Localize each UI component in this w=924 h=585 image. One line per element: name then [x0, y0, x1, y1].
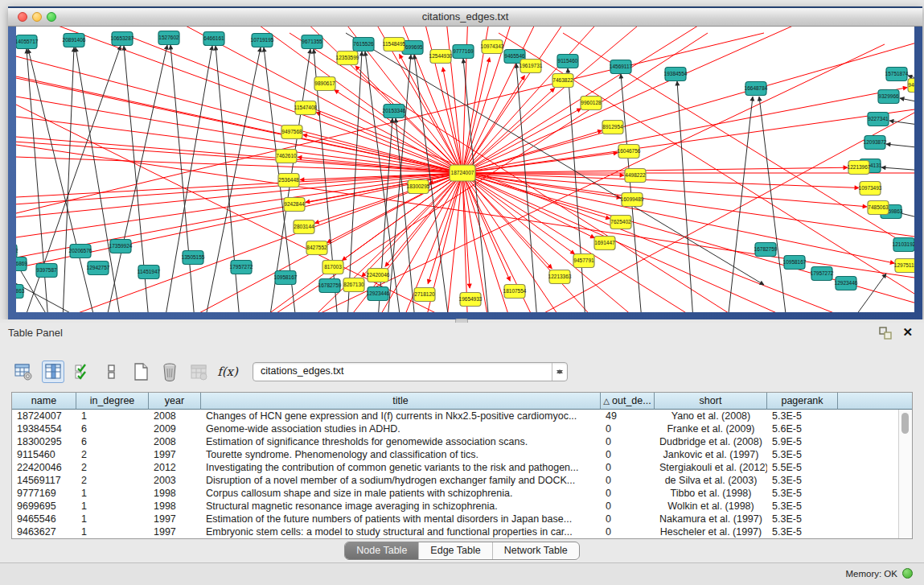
graph-edge-red[interactable] — [462, 167, 848, 173]
graph-node[interactable]: 11451947 — [138, 266, 161, 279]
table-row[interactable]: 911546021997Tourette syndrome. Phenomeno… — [12, 448, 899, 461]
graph-node[interactable]: 11156869 — [16, 257, 27, 271]
graph-edge-black[interactable] — [16, 280, 84, 312]
graph-edge-black[interactable] — [881, 167, 914, 171]
graph-node[interactable]: 2536448 — [278, 174, 299, 187]
graph-node[interactable]: 17957272 — [230, 261, 253, 274]
graph-edge-red[interactable] — [462, 27, 914, 173]
graph-node[interactable]: 20153346 — [383, 105, 406, 118]
close-panel-icon[interactable]: ✕ — [902, 325, 913, 340]
scrollbar-thumb[interactable] — [901, 413, 909, 434]
graph-node[interactable]: 18107554 — [503, 285, 527, 299]
table-vertical-scrollbar[interactable] — [898, 410, 912, 538]
graph-node[interactable]: 16782759 — [754, 243, 778, 257]
table-row[interactable]: 1456911722003Disruption of a novel membe… — [12, 474, 899, 487]
graph-node[interactable]: 4498222 — [625, 169, 646, 183]
graph-node[interactable]: 10659863 — [16, 285, 25, 299]
graph-node[interactable]: 10974343 — [481, 40, 504, 54]
graph-node[interactable]: 12353599 — [336, 51, 359, 65]
graph-node[interactable]: 16099489 — [621, 193, 644, 207]
graph-node[interactable]: 10958167 — [783, 256, 807, 270]
delete-table-icon[interactable] — [188, 361, 209, 382]
graph-node[interactable]: 9397587 — [36, 264, 57, 278]
graph-node[interactable]: 817003 — [322, 261, 343, 274]
graph-edge-red[interactable] — [462, 27, 914, 173]
graph-node[interactable]: 12923446 — [367, 287, 390, 301]
graph-node[interactable]: 19384554 — [664, 68, 688, 81]
graph-node[interactable]: 11548495 — [383, 38, 406, 51]
graph-node[interactable]: 17359924 — [109, 240, 133, 253]
graph-node[interactable]: 7625402 — [610, 216, 631, 229]
graph-node[interactable]: 8427552 — [306, 241, 327, 255]
table-row[interactable]: 1872400712008Changes of HCN gene express… — [12, 410, 899, 422]
graph-edge-black[interactable] — [886, 144, 914, 148]
graph-node[interactable]: 16648784 — [745, 82, 768, 96]
graph-node[interactable]: 7485063 — [868, 201, 889, 215]
delete-column-icon[interactable] — [159, 361, 180, 382]
graph-node[interactable]: 9890617 — [314, 77, 335, 91]
graph-node[interactable]: 12975115 — [894, 259, 914, 273]
zoom-window-button[interactable] — [47, 12, 56, 22]
graph-node[interactable]: 20891406 — [63, 34, 86, 47]
graph-edge-red[interactable] — [462, 27, 914, 173]
graph-node[interactable]: 2803144 — [294, 220, 314, 234]
graph-node[interactable]: 14569117 — [610, 60, 633, 74]
column-header-in-degree[interactable]: in_degree — [76, 393, 149, 410]
graph-node[interactable]: 9960128 — [581, 97, 602, 110]
graph-node[interactable]: 20206576 — [69, 245, 92, 258]
graph-node[interactable]: 9777169 — [453, 45, 474, 59]
column-header-short[interactable]: short — [655, 393, 767, 410]
graph-node[interactable]: 12942757 — [87, 262, 110, 275]
graph-node[interactable]: 12213363 — [548, 270, 572, 284]
graph-edge-black[interactable] — [759, 97, 786, 312]
graph-edge-red[interactable] — [462, 130, 602, 173]
memory-status[interactable]: Memory: OK — [845, 568, 913, 579]
graph-node[interactable]: 16046756 — [618, 145, 641, 159]
graph-node[interactable]: 7463822 — [552, 74, 573, 88]
graph-node[interactable]: 11547408 — [294, 101, 318, 115]
graph-edge-red[interactable] — [462, 173, 510, 281]
float-panel-icon[interactable] — [879, 327, 892, 340]
graph-node[interactable]: 6466161 — [203, 32, 224, 46]
table-row[interactable]: 946554611997Estimation of the future num… — [12, 513, 899, 525]
graph-node[interactable]: 13505155 — [182, 251, 205, 265]
column-header-pagerank[interactable]: pagerank — [767, 393, 838, 410]
graph-node[interactable]: 16782759 — [318, 279, 342, 293]
graph-node[interactable]: 19619731 — [519, 60, 543, 73]
graph-edge-black[interactable] — [165, 46, 212, 312]
window-titlebar[interactable]: citations_edges.txt — [8, 8, 922, 27]
graph-node[interactable]: 9497568 — [281, 126, 302, 139]
graph-node[interactable]: 9463627 — [908, 79, 914, 93]
graph-node[interactable]: 9671355 — [302, 35, 322, 49]
graph-node[interactable]: 1527602 — [158, 31, 179, 45]
show-columns-icon[interactable] — [42, 360, 64, 383]
table-row[interactable]: 1938455462009Genome-wide association stu… — [12, 422, 899, 435]
table-row[interactable]: 946362711997Embryonic stem cells: a mode… — [12, 525, 899, 538]
column-header-out-de-[interactable]: △out_de... — [601, 393, 655, 410]
graph-node[interactable]: 14055717 — [16, 35, 39, 49]
select-all-columns-icon[interactable] — [72, 361, 93, 382]
create-column-icon[interactable] — [130, 361, 151, 382]
column-header-year[interactable]: year — [149, 393, 201, 410]
graph-edge-black[interactable] — [677, 81, 693, 312]
graph-node[interactable]: 9227341 — [868, 113, 889, 126]
graph-edge-red[interactable] — [462, 27, 914, 173]
graph-node[interactable]: 17957272 — [811, 267, 834, 281]
graph-edge-black[interactable] — [900, 98, 914, 103]
graph-node[interactable]: 7615526 — [353, 38, 374, 51]
close-window-button[interactable] — [18, 12, 27, 22]
tab-edge-table[interactable]: Edge Table — [419, 542, 492, 559]
graph-node[interactable]: 10958167 — [274, 271, 298, 285]
graph-node[interactable]: 7462610 — [276, 150, 297, 163]
graph-edge-red[interactable] — [16, 173, 462, 197]
graph-node[interactable]: 1691447 — [594, 237, 615, 250]
table-row[interactable]: 969969511998Structural magnetic resonanc… — [12, 500, 899, 513]
table-select-dropdown[interactable]: citations_edges.txt — [253, 362, 568, 381]
tab-node-table[interactable]: Node Table — [345, 542, 419, 559]
table-mode-icon[interactable] — [13, 361, 34, 382]
graph-node[interactable]: 22420046 — [367, 269, 390, 282]
graph-edge-red[interactable] — [462, 58, 490, 173]
network-canvas[interactable]: 1405571720891406106532871527602646616110… — [16, 27, 914, 312]
graph-edge-red[interactable] — [462, 27, 914, 173]
table-row[interactable]: 1830029562008Estimation of significance … — [12, 435, 899, 448]
